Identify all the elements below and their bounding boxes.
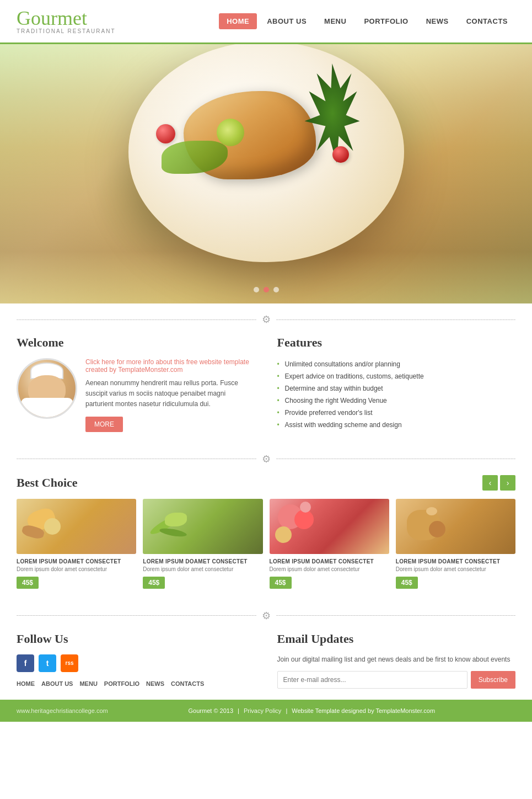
footer-url: www.heritagechristiancollege.com	[17, 707, 108, 714]
prev-arrow[interactable]: ‹	[482, 475, 498, 491]
hero-lime	[217, 119, 244, 146]
food-price-4: 45$	[396, 577, 418, 589]
food-desc-1: Dorem ipsum dolor amet consectetur	[17, 566, 136, 572]
food-price-1: 45$	[17, 577, 39, 589]
footer-credit: Website Template designed by TemplateMon…	[292, 707, 435, 714]
food-desc-3: Dorem ipsum dolor amet consectetur	[270, 566, 389, 572]
email-updates-title: Email Updates	[277, 632, 516, 646]
food-title-3: LOREM IPSUM DOAMET CONSECTET	[270, 558, 389, 564]
food-deco-3c	[275, 526, 292, 543]
email-updates-col: Email Updates Join our digital mailing l…	[277, 632, 516, 689]
carousel-dot-2[interactable]	[264, 287, 269, 292]
welcome-inner: Click here for more info about this free…	[17, 358, 255, 432]
carousel-arrows: ‹ ›	[482, 475, 515, 491]
welcome-description: Aenean nonummy hendrerit mau rellus port…	[85, 378, 255, 410]
feature-item-6: Assist with wedding scheme and design	[277, 419, 516, 431]
main-nav: HOME ABOUT US MENU PORTFOLIO NEWS CONTAC…	[219, 13, 515, 29]
food-image-4	[396, 499, 515, 554]
divider-3-right	[276, 615, 516, 616]
footer-nav-news[interactable]: NEWS	[146, 680, 164, 687]
food-card-1: LOREM IPSUM DOAMET CONSECTET Dorem ipsum…	[17, 499, 136, 589]
footer-brand: Gourmet © 2013	[189, 707, 233, 714]
facebook-icon[interactable]: f	[17, 654, 34, 672]
carousel-dot-3[interactable]	[273, 287, 279, 292]
divider-2-right	[276, 459, 516, 459]
follow-email-row: Follow Us f t rss HOME ABOUT US MENU POR…	[17, 632, 515, 689]
more-button[interactable]: MORE	[85, 417, 123, 432]
divider-2-left	[17, 459, 256, 459]
hero-tomato-2	[332, 146, 349, 163]
divider-icon-1: ⚙	[262, 313, 271, 326]
footer-nav: HOME ABOUT US MENU PORTFOLIO NEWS CONTAC…	[17, 680, 255, 687]
footer-bar: www.heritagechristiancollege.com Gourmet…	[0, 700, 532, 722]
hero-tomato-1	[156, 124, 175, 143]
divider-3-left	[17, 615, 256, 616]
divider-icon-3: ⚙	[262, 610, 271, 622]
follow-col: Follow Us f t rss HOME ABOUT US MENU POR…	[17, 632, 255, 689]
food-grid: LOREM IPSUM DOAMET CONSECTET Dorem ipsum…	[17, 499, 515, 589]
nav-home[interactable]: HOME	[219, 13, 257, 29]
food-image-3	[270, 499, 389, 554]
footer-center: Gourmet © 2013 | Privacy Policy | Websit…	[189, 707, 436, 714]
food-card-2: LOREM IPSUM DOAMET CONSECTET Dorem ipsum…	[143, 499, 262, 589]
email-form: Subscribe	[277, 671, 516, 689]
food-card-4: LOREM IPSUM DOAMET CONSECTET Dorem ipsum…	[396, 499, 515, 589]
footer-nav-home[interactable]: HOME	[17, 680, 35, 687]
features-col: Features Unlimited consultations and/or …	[277, 335, 516, 432]
subscribe-button[interactable]: Subscribe	[471, 671, 515, 689]
nav-news[interactable]: NEWS	[418, 13, 456, 29]
footer-nav-portfolio[interactable]: PORTFOLIO	[104, 680, 139, 687]
carousel-dot-1[interactable]	[254, 287, 259, 292]
footer-nav-about[interactable]: ABOUT US	[41, 680, 73, 687]
hero-plate	[128, 44, 404, 262]
footer-privacy-link[interactable]: Privacy Policy	[244, 707, 281, 714]
feature-item-2: Expert advice on traditions, customs, ae…	[277, 370, 516, 382]
features-title: Features	[277, 335, 516, 350]
footer-nav-contacts[interactable]: CONTACTS	[171, 680, 204, 687]
divider-2: ⚙	[0, 443, 532, 475]
feature-item-3: Determine and stay within budget	[277, 382, 516, 395]
nav-contacts[interactable]: CONTACTS	[459, 13, 515, 29]
hero-section	[0, 44, 532, 303]
rss-icon[interactable]: rss	[61, 654, 78, 672]
food-price-3: 45$	[270, 577, 292, 589]
email-description: Join our digital mailing list and get ne…	[277, 654, 516, 664]
food-desc-4: Dorem ipsum dolor amet consectetur	[396, 566, 515, 572]
feature-item-5: Provide preferred vendor's list	[277, 407, 516, 419]
food-deco-3d	[300, 502, 311, 513]
logo[interactable]: Gourmet TRADITIONAL RESTAURANT	[17, 8, 116, 34]
logo-subtitle: TRADITIONAL RESTAURANT	[17, 28, 116, 34]
click-here-link[interactable]: Click here for more info about this free…	[85, 358, 255, 374]
feature-item-4: Choosing the right Wedding Venue	[277, 395, 516, 407]
food-title-1: LOREM IPSUM DOAMET CONSECTET	[17, 558, 136, 564]
email-input[interactable]	[277, 671, 467, 689]
divider-1: ⚙	[0, 303, 532, 335]
food-deco-2c	[165, 513, 187, 526]
food-deco-1b	[44, 518, 61, 535]
nav-menu[interactable]: MENU	[316, 13, 354, 29]
best-choice-title: Best Choice	[17, 476, 78, 490]
food-deco-4b	[429, 521, 445, 537]
food-image-1	[17, 499, 136, 554]
nav-portfolio[interactable]: PORTFOLIO	[356, 13, 416, 29]
food-deco-4c	[426, 507, 437, 515]
food-price-2: 45$	[143, 577, 165, 589]
welcome-features-row: Welcome Click here for more info about t…	[17, 335, 515, 432]
chef-body	[21, 398, 73, 417]
divider-line-right	[276, 319, 516, 320]
nav-about[interactable]: ABOUT US	[259, 13, 314, 29]
logo-title: Gourmet	[17, 8, 116, 28]
welcome-section: Welcome Click here for more info about t…	[0, 335, 532, 432]
divider-line-left	[17, 319, 256, 320]
food-title-4: LOREM IPSUM DOAMET CONSECTET	[396, 558, 515, 564]
footer-nav-menu[interactable]: MENU	[79, 680, 97, 687]
food-card-3: LOREM IPSUM DOAMET CONSECTET Dorem ipsum…	[270, 499, 389, 589]
twitter-icon[interactable]: t	[39, 654, 56, 672]
next-arrow[interactable]: ›	[500, 475, 515, 491]
divider-3: ⚙	[0, 600, 532, 632]
welcome-text-area: Click here for more info about this free…	[85, 358, 255, 432]
food-image-2	[143, 499, 262, 554]
best-choice-section: Best Choice ‹ › LOREM IPSUM DOAMET CONSE…	[0, 475, 532, 589]
food-title-2: LOREM IPSUM DOAMET CONSECTET	[143, 558, 262, 564]
divider-icon-2: ⚙	[262, 453, 271, 465]
